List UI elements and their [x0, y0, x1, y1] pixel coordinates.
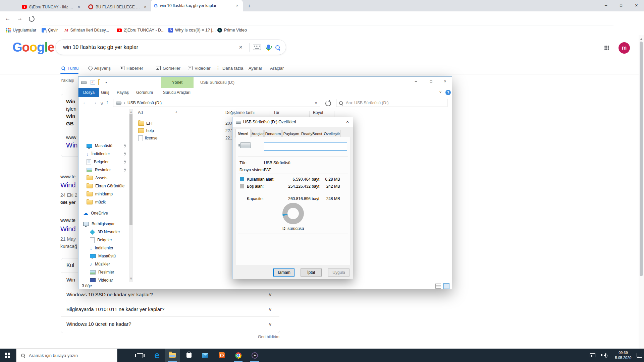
tab-haberler[interactable]: Haberler: [120, 63, 143, 73]
sidebar-item-masaustu-pc[interactable]: Masaüstü: [90, 252, 116, 260]
clock[interactable]: 09:39 5.05.2020: [611, 350, 635, 360]
explorer-maximize-button[interactable]: □: [424, 77, 438, 87]
link-ayarlar[interactable]: Ayarlar: [249, 63, 262, 73]
explorer-title-bar[interactable]: Yönet USB Sürücüsü (D:) – □ ×: [78, 77, 452, 88]
link-araclar[interactable]: Araçlar: [270, 63, 284, 73]
sidebar-item-3d-nesneler[interactable]: 3D Nesneler: [90, 228, 120, 236]
manage-ribbon-tab[interactable]: Yönet: [161, 77, 194, 88]
sidebar-item-minidump[interactable]: minidump: [87, 190, 113, 198]
clear-query-icon[interactable]: [235, 44, 246, 51]
question-row[interactable]: Windows 10 ücreti ne kadar?: [66, 321, 131, 327]
tab-alisveris[interactable]: Alışveriş: [89, 63, 111, 73]
google-profile-avatar[interactable]: m: [619, 42, 630, 54]
browser-tab-2[interactable]: BU FLASH BELLEĞE WİNDOWS K: [85, 2, 151, 11]
refresh-icon[interactable]: [325, 101, 331, 106]
sidebar-item-videolar[interactable]: Videolar: [90, 277, 113, 282]
action-center-icon[interactable]: [637, 353, 642, 358]
address-dropdown-icon[interactable]: [315, 101, 317, 105]
browser-tab-active[interactable]: win 10 flashta kaç gb yer kaplar: [151, 0, 243, 11]
question-row[interactable]: Bilgisayarda 10101011 ne kadar yer kapla…: [66, 306, 164, 312]
search-icon[interactable]: [275, 45, 280, 50]
task-view-icon[interactable]: [137, 353, 143, 358]
details-view-icon[interactable]: [435, 284, 441, 289]
tab-araclar[interactable]: Araçlar: [251, 130, 264, 137]
tab-close-icon[interactable]: [76, 4, 82, 10]
sidebar-item-onedrive[interactable]: OneDrive: [83, 209, 108, 217]
feedback-link[interactable]: Geri bildirim: [246, 335, 279, 339]
cancel-button[interactable]: İptal: [301, 268, 322, 277]
forward-icon[interactable]: →: [15, 14, 24, 23]
window-restore-button[interactable]: [613, 0, 629, 11]
nav-history-icon[interactable]: [100, 101, 104, 107]
scrollbar-thumb[interactable]: [640, 42, 643, 276]
bookmark-item[interactable]: Sıfırdan İleri Düzey...: [64, 25, 109, 35]
sidebar-item-ekran-goruntuleri[interactable]: Ekran Görüntüle: [87, 182, 124, 190]
sidebar-item-indirilenler-pc[interactable]: İndirilenler: [90, 244, 113, 252]
help-icon[interactable]: [445, 90, 451, 95]
explorer-minimize-button[interactable]: –: [409, 77, 423, 87]
result-title-link[interactable]: Wind: [60, 225, 76, 233]
sidebar-item-resimler[interactable]: Resimler: [87, 166, 127, 174]
network-icon[interactable]: [590, 353, 595, 357]
tab-tumu[interactable]: Tümü: [61, 63, 78, 73]
sidebar-item-indirilenler[interactable]: İndirilenler: [87, 150, 127, 158]
ribbon-collapse-icon[interactable]: [439, 90, 442, 94]
result-url[interactable]: www.te: [60, 218, 75, 223]
scroll-up-icon[interactable]: [640, 37, 643, 40]
search-query[interactable]: win 10 flashta kaç gb yer kaplar: [63, 44, 235, 50]
menu-gorunum[interactable]: Görünüm: [136, 88, 153, 97]
page-scrollbar[interactable]: [639, 35, 644, 349]
ok-button[interactable]: Tamam: [273, 268, 294, 277]
window-close-button[interactable]: [629, 0, 644, 11]
tab-donanim[interactable]: Donanım: [264, 130, 282, 137]
address-box[interactable]: › USB Sürücüsü (D:): [113, 99, 320, 107]
quick-access-dropdown-icon[interactable]: [105, 80, 107, 84]
result-url[interactable]: www.te: [60, 174, 75, 179]
chevron-down-icon[interactable]: [268, 292, 272, 298]
sidebar-item-muzikler[interactable]: Müzikler: [90, 260, 110, 268]
scrollbar-thumb[interactable]: [129, 114, 132, 225]
taskbar-search-box[interactable]: Aramak için buraya yazın: [16, 349, 117, 362]
result-title-link[interactable]: Wind: [60, 181, 76, 189]
reload-icon[interactable]: [29, 16, 35, 22]
properties-check-icon[interactable]: [91, 80, 95, 85]
question-row[interactable]: Win: [66, 277, 75, 283]
keyboard-icon[interactable]: [253, 45, 261, 50]
column-header-ad[interactable]: Ad: [138, 110, 143, 118]
bookmark-prime-video[interactable]: Prime Video: [217, 25, 247, 35]
folder-icon[interactable]: [98, 80, 99, 85]
window-minimize-button[interactable]: [598, 0, 613, 11]
new-tab-button[interactable]: [248, 3, 251, 9]
nav-up-icon[interactable]: ↑: [106, 99, 109, 105]
chevron-down-icon[interactable]: [268, 321, 272, 327]
sidebar-scrollbar[interactable]: [129, 109, 133, 282]
explorer-search-box[interactable]: Ara: USB Sürücüsü (D:): [336, 99, 447, 107]
dialog-title-bar[interactable]: USB Sürücüsü (D:) Özellikleri: [232, 117, 353, 127]
tab-readyboost[interactable]: ReadyBoost: [301, 130, 322, 137]
chevron-down-icon[interactable]: [268, 306, 272, 312]
speaker-icon[interactable]: [602, 354, 606, 357]
menu-paylas[interactable]: Paylaş: [117, 88, 129, 97]
start-button[interactable]: [5, 353, 7, 355]
taskbar-edge[interactable]: [150, 349, 164, 362]
menu-surucu-araclari[interactable]: Sürücü Araçları: [163, 88, 191, 97]
scroll-down-icon[interactable]: [130, 277, 132, 280]
browser-tab-1[interactable]: 8)Ebru TUNCAY - İkiz Kenar Üçge: [19, 2, 85, 11]
sidebar-item-masaustu[interactable]: Masaüstü: [87, 142, 127, 149]
sidebar-item-assets[interactable]: Assets: [87, 174, 107, 182]
bookmark-item[interactable]: 2)Ebru TUNCAY - D...: [117, 25, 165, 35]
menu-dosya[interactable]: Dosya: [78, 88, 99, 97]
taskbar-mail[interactable]: [198, 349, 213, 362]
sort-ascending-icon[interactable]: [175, 110, 177, 114]
taskbar-explorer-active[interactable]: [165, 349, 180, 362]
volume-label-input[interactable]: [264, 142, 347, 150]
menu-giris[interactable]: Giriş: [101, 88, 109, 97]
sidebar-item-resimler-pc[interactable]: Resimler: [90, 268, 114, 276]
question-row[interactable]: Windows 10 SSD ne kadar yer kaplar?: [66, 292, 153, 297]
sidebar-item-bu-bilgisayar[interactable]: Bu bilgisayar: [83, 220, 115, 228]
tab-close-icon[interactable]: [234, 3, 240, 8]
tab-gorseller[interactable]: Görseller: [156, 63, 180, 73]
snippet-url[interactable]: www: [66, 135, 76, 140]
sidebar-item-belgeler-pc[interactable]: Belgeler: [90, 236, 112, 244]
taskbar-store[interactable]: [181, 349, 196, 362]
